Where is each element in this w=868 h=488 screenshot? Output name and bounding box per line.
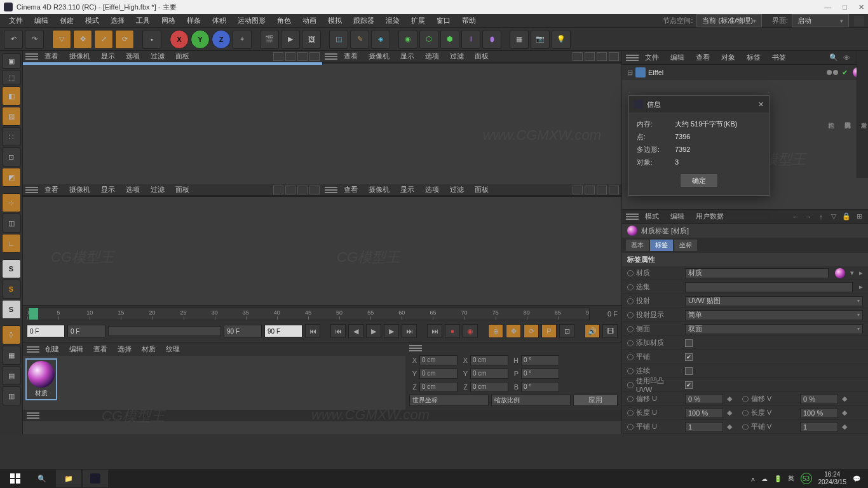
attr-projdisp-select[interactable]: 简单 xyxy=(685,310,863,320)
attr-menu-userdata[interactable]: 用户数据 xyxy=(691,211,729,222)
tl-scrub[interactable] xyxy=(108,326,221,336)
dialog-ok-button[interactable]: 确定 xyxy=(680,173,718,187)
nodespace-select[interactable]: 当前 (标准/物理) xyxy=(696,14,761,27)
vp-nav-icon[interactable] xyxy=(309,186,320,194)
om-menu-object[interactable]: 对象 xyxy=(716,52,740,63)
vp-menu-view[interactable]: 查看 xyxy=(40,51,63,62)
viewport-right[interactable]: 右视图 网格间距 : 50 cm YZ xyxy=(23,196,322,197)
start-button[interactable] xyxy=(3,470,28,487)
dropdown-icon[interactable]: ▾ xyxy=(850,269,854,277)
mograph-cloner[interactable]: ⬡ xyxy=(419,30,438,49)
undo-button[interactable]: ↶ xyxy=(4,30,23,49)
attr-useuvw-checkbox[interactable]: ✔ xyxy=(685,381,693,389)
vp-hamburger-icon[interactable] xyxy=(325,187,337,193)
rot-h-field[interactable]: 0 ° xyxy=(521,355,559,365)
attr-projection-select[interactable]: UVW 贴图 xyxy=(685,296,863,306)
key-rot[interactable]: ⟳ xyxy=(524,324,539,338)
pos-y-field[interactable]: 0 cm xyxy=(419,369,458,379)
mode-model[interactable]: ⬚ xyxy=(2,70,21,85)
vp-hamburger-icon[interactable] xyxy=(25,187,38,193)
vp-menu-view[interactable]: 查看 xyxy=(339,51,362,62)
menu-character[interactable]: 角色 xyxy=(272,15,296,27)
om-eye-icon[interactable]: 👁 xyxy=(841,53,851,63)
grid-icon-3[interactable]: ▥ xyxy=(2,386,21,405)
link-icon[interactable]: ▸ xyxy=(859,283,863,291)
floor-tool[interactable]: ▦ xyxy=(510,30,529,49)
field-tool[interactable]: ⦀ xyxy=(461,30,480,49)
coord-system[interactable]: ⌖ xyxy=(233,30,252,49)
layout-icon[interactable] xyxy=(854,16,864,26)
vp-hamburger-icon[interactable] xyxy=(325,53,337,60)
autokey-button[interactable]: ◉ xyxy=(463,324,478,338)
vp-menu-options[interactable]: 选项 xyxy=(421,51,444,62)
grid-icon-2[interactable]: ▤ xyxy=(2,366,21,385)
apply-button[interactable]: 应用 xyxy=(573,395,618,406)
vis-dot[interactable] xyxy=(827,70,832,75)
menu-create[interactable]: 创建 xyxy=(55,15,79,27)
attr-material-field[interactable]: 材质 xyxy=(685,268,829,278)
vp-menu-view[interactable]: 查看 xyxy=(40,184,63,195)
attr-menu-mode[interactable]: 模式 xyxy=(640,211,664,222)
attr-hamburger-icon[interactable] xyxy=(626,214,639,220)
vp-menu-camera[interactable]: 摄像机 xyxy=(65,51,95,62)
right-edge-tabs[interactable]: 对象 内容浏览器 构造 xyxy=(857,51,868,178)
sound-button[interactable]: 🔊 xyxy=(585,324,600,338)
light-tool[interactable]: 💡 xyxy=(552,30,571,49)
pos-x-field[interactable]: 0 cm xyxy=(419,355,458,365)
attr-tile-checkbox[interactable]: ✔ xyxy=(685,353,693,361)
menu-simulate[interactable]: 模拟 xyxy=(323,15,347,27)
mode-texture[interactable]: ▨ xyxy=(2,107,21,126)
vp-nav-icon[interactable] xyxy=(309,52,320,61)
vp-menu-filter[interactable]: 过滤 xyxy=(146,184,169,195)
link-icon[interactable]: ▸ xyxy=(859,269,863,277)
vp-nav-icon[interactable] xyxy=(297,186,308,194)
attr-menu-edit[interactable]: 编辑 xyxy=(665,211,689,222)
make-editable[interactable]: ▣ xyxy=(2,53,21,69)
attr-fwd-icon[interactable]: → xyxy=(803,212,813,222)
array-tool[interactable]: ⬢ xyxy=(440,30,459,49)
dialog-titlebar[interactable]: 信息 ✕ xyxy=(629,96,769,112)
menu-mograph[interactable]: 运动图形 xyxy=(233,15,271,27)
deformer-tool[interactable]: ⬮ xyxy=(482,30,501,49)
render-settings[interactable]: 🎬 xyxy=(260,30,279,49)
cube-primitive[interactable]: ◫ xyxy=(329,30,348,49)
enable-check-icon[interactable]: ✔ xyxy=(842,69,848,77)
mat-menu-view[interactable]: 查看 xyxy=(89,344,112,355)
vp-menu-panel[interactable]: 面板 xyxy=(171,51,194,62)
tl-range-field[interactable]: 90 F xyxy=(224,325,262,337)
vp-nav-icon[interactable] xyxy=(273,186,283,194)
viewport-front[interactable]: 正视图 网格间距 : 50 cm YX xyxy=(322,196,621,197)
vp-nav-icon[interactable] xyxy=(285,52,295,61)
vp-menu-camera[interactable]: 摄像机 xyxy=(364,51,394,62)
tray-cloud-icon[interactable]: ☁ xyxy=(761,475,768,482)
attr-lock-icon[interactable]: 🔒 xyxy=(841,212,851,222)
menu-extensions[interactable]: 扩展 xyxy=(406,15,430,27)
axis-z-toggle[interactable]: Z xyxy=(212,30,231,49)
menu-edit[interactable]: 编辑 xyxy=(29,15,53,27)
pos-z-field[interactable]: 0 cm xyxy=(419,382,458,392)
tray-battery-icon[interactable]: 🔋 xyxy=(774,475,782,482)
vp-menu-panel[interactable]: 面板 xyxy=(171,184,194,195)
status-hamburger-icon[interactable] xyxy=(27,412,39,419)
menu-render[interactable]: 渲染 xyxy=(381,15,405,27)
timeline-ruler[interactable]: 051015202530354045505560657075808590 xyxy=(27,308,590,320)
vp-menu-filter[interactable]: 过滤 xyxy=(445,184,468,195)
attr-tab-tag[interactable]: 标签 xyxy=(650,240,673,251)
viewport-perspective[interactable]: 透视视图 默认摄像机⚙ 网格间距 : 500 cm YZX xyxy=(23,62,322,65)
vp-menu-filter[interactable]: 过滤 xyxy=(445,51,468,62)
om-hamburger-icon[interactable] xyxy=(626,55,639,61)
om-menu-file[interactable]: 文件 xyxy=(640,52,664,63)
prev-frame-button[interactable]: ◀ xyxy=(348,324,363,338)
menu-animate[interactable]: 动画 xyxy=(297,15,322,27)
menu-spline[interactable]: 样条 xyxy=(182,15,206,27)
size-y-field[interactable]: 0 cm xyxy=(470,369,508,379)
c4d-taskbar-icon[interactable] xyxy=(83,470,108,487)
vp-menu-panel[interactable]: 面板 xyxy=(470,184,493,195)
om-menu-view[interactable]: 查看 xyxy=(691,52,715,63)
tray-badge[interactable]: 53 xyxy=(801,473,812,484)
prev-key-button[interactable]: ⏮ xyxy=(330,324,346,338)
picture-viewer[interactable]: 🖼 xyxy=(302,30,321,49)
vp-hamburger-icon[interactable] xyxy=(25,53,38,60)
vp-menu-display[interactable]: 显示 xyxy=(396,51,419,62)
explorer-taskbar-icon[interactable]: 📁 xyxy=(56,470,81,487)
